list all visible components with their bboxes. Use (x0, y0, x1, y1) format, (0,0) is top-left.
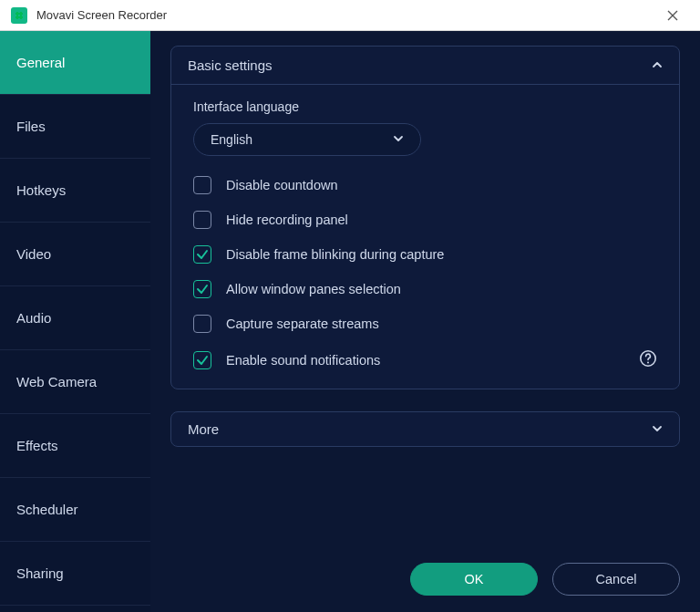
check-disable-frame-blinking: Disable frame blinking during capture (193, 245, 657, 264)
sidebar-item-sharing[interactable]: Sharing (0, 542, 150, 606)
sidebar-item-label: Scheduler (16, 502, 78, 517)
sidebar-item-label: Hotkeys (16, 182, 66, 198)
sidebar-item-label: Files (16, 119, 46, 134)
checkbox[interactable] (193, 245, 211, 264)
sidebar-item-video[interactable]: Video (0, 223, 150, 286)
check-label: Capture separate streams (226, 316, 379, 331)
sidebar-item-scheduler[interactable]: Scheduler (0, 478, 150, 542)
sidebar-item-files[interactable]: Files (0, 95, 150, 159)
help-icon (639, 349, 657, 368)
sidebar-item-audio[interactable]: Audio (0, 286, 150, 350)
ok-button-label: OK (465, 572, 484, 586)
chevron-down-icon (393, 132, 404, 147)
ok-button[interactable]: OK (410, 563, 538, 596)
sidebar-item-effects[interactable]: Effects (0, 414, 150, 478)
sidebar-item-general[interactable]: General (0, 31, 150, 95)
check-allow-window-panes: Allow window panes selection (193, 280, 657, 298)
footer: OK Cancel (170, 541, 680, 596)
titlebar: Movavi Screen Recorder (0, 0, 700, 31)
checkbox[interactable] (193, 315, 211, 333)
check-label: Allow window panes selection (226, 282, 401, 296)
app-logo-icon (11, 7, 27, 24)
basic-settings-panel: Basic settings Interface language Englis… (170, 46, 680, 389)
chevron-up-icon (652, 57, 663, 73)
cancel-button-label: Cancel (595, 572, 636, 586)
close-button[interactable] (656, 0, 689, 31)
checkbox-list: Disable countdown Hide recording panel D… (193, 176, 657, 370)
sidebar-item-label: Sharing (16, 565, 64, 581)
sidebar: General Files Hotkeys Video Audio Web Ca… (0, 31, 150, 612)
chevron-down-icon (652, 421, 663, 437)
window-title: Movavi Screen Recorder (36, 8, 167, 22)
body: General Files Hotkeys Video Audio Web Ca… (0, 31, 700, 612)
panel-title: Basic settings (188, 57, 273, 73)
check-label: Disable frame blinking during capture (226, 247, 444, 262)
sidebar-item-label: Audio (16, 310, 51, 326)
panel-body: Interface language English Disable count… (171, 85, 679, 389)
checkbox[interactable] (193, 176, 211, 194)
check-hide-recording-panel: Hide recording panel (193, 211, 657, 229)
check-label: Disable countdown (226, 178, 338, 192)
close-icon (667, 10, 678, 21)
more-title: More (188, 421, 219, 437)
more-panel: More (170, 411, 680, 447)
sidebar-item-label: Web Camera (16, 374, 97, 389)
check-capture-separate-streams: Capture separate streams (193, 315, 657, 333)
sidebar-item-label: General (16, 55, 65, 70)
svg-point-1 (647, 362, 649, 364)
content: Basic settings Interface language Englis… (150, 31, 700, 612)
language-select-value: English (211, 132, 252, 147)
check-disable-countdown: Disable countdown (193, 176, 657, 194)
more-header[interactable]: More (171, 412, 679, 446)
checkbox[interactable] (193, 211, 211, 229)
language-label: Interface language (193, 99, 657, 114)
sidebar-item-hotkeys[interactable]: Hotkeys (0, 159, 150, 223)
sidebar-item-web-camera[interactable]: Web Camera (0, 350, 150, 414)
sidebar-item-label: Effects (16, 438, 58, 453)
cancel-button[interactable]: Cancel (552, 563, 680, 596)
check-label: Enable sound notifications (226, 353, 380, 368)
language-select[interactable]: English (193, 123, 421, 156)
check-label: Hide recording panel (226, 213, 348, 227)
check-enable-sound-notifications: Enable sound notifications (193, 349, 657, 370)
basic-settings-header[interactable]: Basic settings (171, 47, 679, 85)
help-button[interactable] (639, 349, 657, 370)
checkbox[interactable] (193, 351, 211, 369)
sidebar-item-label: Video (16, 246, 51, 262)
window: Movavi Screen Recorder General Files Hot… (0, 0, 700, 612)
checkbox[interactable] (193, 280, 211, 298)
